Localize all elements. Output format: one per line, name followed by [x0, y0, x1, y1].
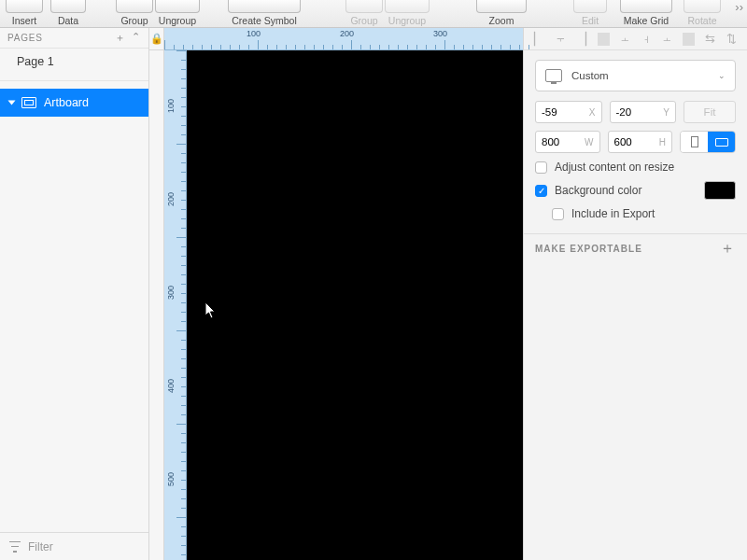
page-name: Page 1 — [17, 55, 54, 68]
ruler-v-label: 300 — [166, 286, 176, 300]
pages-header: PAGES ＋ ⌃ — [0, 28, 148, 49]
inspector: ▏ ⫟ ▕ ⫠ ⫞ ⫠ ⇆ ⇅ Custom ⌄ X — [523, 28, 747, 560]
collapse-pages-icon[interactable]: ⌃ — [132, 31, 141, 45]
toolbar-label: Rotate — [684, 15, 721, 26]
align-tools: ▏ ⫟ ▕ ⫠ ⫞ ⫠ ⇆ ⇅ — [524, 28, 747, 50]
filter-bar[interactable]: Filter — [0, 532, 148, 560]
toolbar-group: Data — [50, 0, 86, 26]
toolbar-button[interactable] — [345, 0, 383, 13]
layers-sidebar: PAGES ＋ ⌃ Page 1 Artboard Filter — [0, 28, 149, 560]
adjust-checkbox[interactable] — [535, 161, 547, 174]
ruler-v-label: 100 — [166, 99, 176, 113]
y-suffix: Y — [663, 107, 669, 118]
include-checkbox[interactable] — [552, 208, 564, 220]
background-color-row[interactable]: ✓ Background color — [535, 181, 736, 200]
align-hcenter-icon[interactable]: ⫟ — [555, 32, 567, 46]
bg-checkbox[interactable]: ✓ — [535, 185, 547, 197]
toolbar-button[interactable] — [155, 0, 200, 13]
toolbar-group: GroupUngroup — [345, 0, 430, 26]
toolbar-button[interactable] — [476, 0, 527, 13]
landscape-option[interactable] — [708, 132, 735, 152]
filter-icon — [9, 541, 21, 553]
toolbar-label: Data — [50, 15, 86, 26]
toolbar-button[interactable] — [228, 0, 301, 13]
ruler-horizontal[interactable]: 100200300 — [164, 28, 523, 50]
toolbar-group: Make Grid — [620, 0, 672, 26]
y-input[interactable] — [616, 106, 660, 118]
toolbar-button[interactable] — [684, 0, 721, 13]
filter-placeholder: Filter — [28, 540, 53, 553]
add-page-icon[interactable]: ＋ — [115, 31, 126, 45]
canvas[interactable]: 🔒 100200300 100200300400500 — [149, 28, 523, 560]
toolbar-group: Rotate — [684, 0, 721, 26]
orientation-toggle[interactable] — [680, 131, 736, 153]
toolbar: InsertDataGroupUngroupCreate SymbolGroup… — [0, 0, 747, 28]
toolbar-group: Insert — [6, 0, 43, 26]
ruler-h-label: 100 — [247, 29, 261, 38]
make-exportable-header[interactable]: MAKE EXPORTABLE ＋ — [524, 234, 747, 262]
bg-label: Background color — [555, 184, 641, 197]
toolbar-group: Zoom — [476, 0, 527, 26]
portrait-option[interactable] — [681, 132, 708, 152]
bg-color-swatch[interactable] — [704, 181, 736, 200]
toolbar-label: Group — [116, 15, 153, 26]
export-label: MAKE EXPORTABLE — [535, 244, 642, 254]
align-right-icon[interactable]: ▕ — [576, 32, 588, 46]
align-bottom-icon[interactable]: ⫠ — [661, 32, 673, 46]
ruler-h-label: 300 — [433, 29, 447, 38]
align-left-icon[interactable]: ▏ — [533, 32, 545, 46]
ruler-h-label: 200 — [340, 29, 354, 38]
size-preset-dropdown[interactable]: Custom ⌄ — [535, 60, 736, 91]
layer-name: Artboard — [44, 96, 89, 109]
h-input[interactable] — [614, 136, 655, 147]
layer-artboard[interactable]: Artboard — [0, 89, 148, 117]
toolbar-label: Zoom — [476, 15, 527, 26]
x-suffix: X — [589, 107, 596, 118]
toolbar-button[interactable] — [385, 0, 430, 13]
toolbar-label: Edit — [573, 15, 607, 26]
artboard-icon — [21, 97, 36, 108]
distribute-v-icon[interactable]: ⇅ — [726, 32, 738, 46]
lock-icon[interactable]: 🔒 — [149, 28, 163, 50]
toolbar-button[interactable] — [6, 0, 43, 13]
toolbar-label: Make Grid — [620, 15, 672, 26]
h-field[interactable]: H — [608, 131, 673, 153]
y-field[interactable]: Y — [610, 101, 677, 123]
toolbar-label: Insert — [6, 15, 43, 26]
adjust-content-row[interactable]: Adjust content on resize — [535, 161, 736, 174]
toolbar-button[interactable] — [573, 0, 607, 13]
include-export-row[interactable]: Include in Export — [535, 207, 736, 220]
x-input[interactable] — [542, 106, 585, 118]
fit-button[interactable]: Fit — [684, 101, 736, 123]
adjust-label: Adjust content on resize — [555, 161, 674, 174]
align-vcenter-icon[interactable]: ⫞ — [641, 32, 653, 46]
toolbar-group: Create Symbol — [228, 0, 301, 26]
page-row[interactable]: Page 1 — [0, 49, 148, 75]
toolbar-group: Edit — [573, 0, 607, 26]
include-label: Include in Export — [571, 207, 655, 220]
monitor-icon — [545, 69, 562, 82]
ruler-v-label: 200 — [166, 192, 176, 206]
w-input[interactable] — [542, 136, 581, 147]
toolbar-label: Ungroup — [155, 15, 200, 26]
h-suffix: H — [659, 137, 666, 147]
w-field[interactable]: W — [535, 131, 600, 153]
chevron-updown-icon: ⌄ — [718, 71, 726, 80]
toolbar-overflow-icon[interactable]: ›› — [735, 0, 743, 14]
toolbar-button[interactable] — [620, 0, 672, 13]
add-export-icon[interactable]: ＋ — [720, 239, 736, 259]
toolbar-button[interactable] — [50, 0, 86, 13]
x-field[interactable]: X — [535, 101, 602, 123]
toolbar-label: Create Symbol — [228, 15, 301, 26]
ruler-vertical[interactable]: 100200300400500 — [164, 50, 187, 560]
distribute-h-icon[interactable]: ⇆ — [704, 32, 716, 46]
layers-list: Artboard — [0, 80, 148, 532]
toolbar-button[interactable] — [116, 0, 153, 13]
ruler-corner-column: 🔒 — [149, 28, 164, 560]
disclosure-icon[interactable] — [8, 101, 16, 105]
pages-label: PAGES — [7, 33, 43, 43]
toolbar-label: Group — [345, 15, 383, 26]
artboard-surface[interactable] — [187, 50, 523, 560]
preset-label: Custom — [571, 70, 609, 81]
align-top-icon[interactable]: ⫠ — [619, 32, 631, 46]
